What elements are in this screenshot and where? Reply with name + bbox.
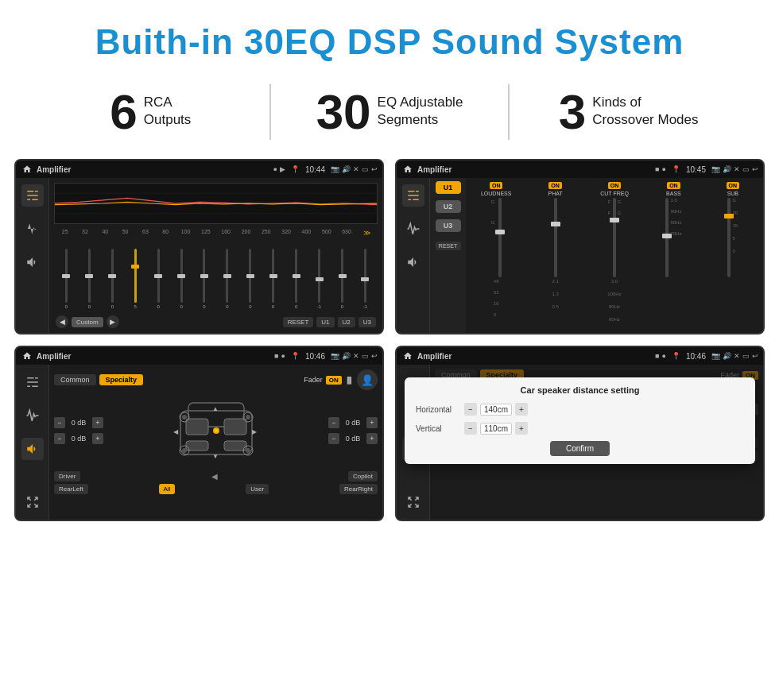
home-icon[interactable] — [21, 163, 33, 176]
tab-specialty[interactable]: Specialty — [99, 374, 144, 385]
screen3-wave-icon[interactable] — [21, 404, 44, 427]
horizontal-minus[interactable]: − — [464, 403, 477, 416]
screen3-status-bar: Amplifier ■● 📍 10:46 📷🔊✕▭↩ — [16, 347, 382, 365]
screen3-tabs: Common Specialty Fader ON ▐▌ 👤 — [54, 369, 378, 390]
screen3-expand-icon[interactable] — [21, 491, 44, 513]
eq-sliders: 0 0 0 5 0 — [54, 240, 378, 312]
left-bottom-value: 0 dB — [68, 435, 90, 443]
horizontal-value: 140cm — [480, 404, 512, 416]
right-top-plus[interactable]: + — [366, 417, 378, 428]
eq-u2-button[interactable]: U2 — [338, 317, 355, 327]
confirm-button[interactable]: Confirm — [550, 441, 610, 456]
eq-slider-6[interactable]: 0 — [171, 249, 192, 312]
screen3-content: Common Specialty Fader ON ▐▌ 👤 − 0 dB — [16, 365, 382, 520]
svg-point-20 — [182, 448, 187, 453]
sidebar-speaker-icon[interactable] — [21, 251, 44, 273]
driver-button[interactable]: Driver — [54, 471, 80, 481]
tab-common[interactable]: Common — [54, 374, 96, 385]
screen2-home-icon[interactable] — [401, 163, 414, 176]
screen4-home-icon[interactable] — [401, 350, 414, 362]
screen3-right-icons: 📷🔊✕▭↩ — [331, 352, 378, 360]
left-db-controls: − 0 dB + − 0 dB + — [54, 417, 103, 444]
rearright-button[interactable]: RearRight — [339, 484, 378, 494]
eq-u1-button[interactable]: U1 — [316, 317, 334, 327]
screen2-status-icons: ■● — [655, 165, 666, 173]
left-bottom-plus[interactable]: + — [92, 433, 103, 444]
eq-slider-5[interactable]: 0 — [148, 249, 169, 312]
eq-slider-13[interactable]: 0 — [331, 249, 353, 312]
eq-slider-7[interactable]: 0 — [194, 249, 215, 312]
stat-rca: 6 RCAOutputs — [48, 87, 254, 137]
screen1-eq-main: 25 32 40 50 63 80 100 125 160 200 250 32… — [49, 178, 382, 333]
bass-on-badge: ON — [667, 182, 680, 189]
screen2-status-bar: Amplifier ■● 📍 10:45 📷🔊✕▭↩ — [397, 160, 763, 178]
screen2-speaker-icon[interactable] — [402, 251, 424, 273]
eq-slider-4[interactable]: 5 — [125, 249, 146, 312]
loudness-on-badge: ON — [490, 182, 503, 189]
screen3-eq-icon[interactable] — [21, 371, 44, 393]
right-bottom-minus[interactable]: − — [328, 433, 339, 444]
left-top-plus[interactable]: + — [92, 417, 103, 428]
left-top-minus[interactable]: − — [54, 417, 65, 428]
stat-number-crossover: 3 — [559, 87, 586, 137]
phat-slider[interactable]: ON PHAT 2.11.30.5 — [528, 182, 582, 309]
sidebar-wave-icon[interactable] — [21, 218, 44, 240]
eq-prev-button[interactable]: ◀ — [56, 315, 68, 328]
u1-button[interactable]: U1 — [436, 181, 461, 194]
vertical-plus[interactable]: + — [515, 422, 528, 435]
screen2-eq-icon[interactable] — [402, 184, 424, 207]
sidebar-eq-icon[interactable] — [21, 184, 44, 207]
horizontal-plus[interactable]: + — [515, 403, 528, 416]
user-button[interactable]: User — [246, 484, 269, 494]
right-bottom-plus[interactable]: + — [366, 433, 378, 444]
rearleft-button[interactable]: RearLeft — [54, 484, 88, 494]
sub-slider[interactable]: ON SUB G201550 — [706, 182, 760, 277]
left-bottom-minus[interactable]: − — [54, 433, 65, 444]
cutfreq-slider[interactable]: ON CUT FREQ FF GG — [587, 182, 641, 322]
screen4-status-bar: Amplifier ■● 📍 10:46 📷🔊✕▭↩ — [397, 347, 763, 365]
screen3-fader-content: Common Specialty Fader ON ▐▌ 👤 − 0 dB — [49, 365, 382, 520]
vertical-minus[interactable]: − — [464, 422, 477, 435]
vertical-label: Vertical — [416, 424, 459, 433]
eq-graph — [54, 183, 378, 224]
svg-point-10 — [215, 429, 218, 432]
screen2-reset-button[interactable]: RESET — [436, 242, 461, 250]
stat-text-rca: RCAOutputs — [144, 87, 192, 129]
all-button[interactable]: All — [159, 484, 176, 494]
eq-u3-button[interactable]: U3 — [358, 317, 376, 327]
eq-freq-labels: 25 32 40 50 63 80 100 125 160 200 250 32… — [54, 229, 378, 237]
eq-slider-3[interactable]: 0 — [102, 249, 123, 312]
eq-slider-2[interactable]: 0 — [79, 249, 100, 312]
distance-dialog: Car speaker distance setting Horizontal … — [405, 377, 755, 464]
svg-text:▼: ▼ — [212, 453, 219, 460]
screen4-expand-icon[interactable] — [402, 491, 424, 513]
right-top-minus[interactable]: − — [328, 417, 339, 428]
loudness-slider[interactable]: ON LOUDNESS GG 4832160 — [469, 182, 523, 317]
eq-custom-button[interactable]: Custom — [72, 317, 103, 327]
copilot-button[interactable]: Copilot — [348, 471, 378, 481]
screen1-status-icons: ●▶ — [273, 165, 285, 173]
eq-slider-9[interactable]: 0 — [239, 249, 261, 312]
bass-slider[interactable]: ON BASS 3.090Hz80Hz70Hz — [646, 182, 700, 277]
eq-slider-1[interactable]: 0 — [56, 249, 77, 312]
screen-1: Amplifier ●▶ 📍 10:44 📷🔊✕▭↩ — [14, 159, 384, 335]
eq-reset-button[interactable]: RESET — [283, 317, 314, 327]
page-title: Buith-in 30EQ DSP Sound System — [16, 22, 763, 62]
right-top-value: 0 dB — [342, 419, 364, 427]
user-icon[interactable]: 👤 — [357, 369, 378, 390]
screen2-right-icons: 📷🔊✕▭↩ — [711, 165, 758, 173]
stat-number-eq: 30 — [316, 87, 371, 137]
u2-button[interactable]: U2 — [436, 200, 461, 213]
eq-slider-11[interactable]: 0 — [285, 249, 307, 312]
screen3-speaker-icon[interactable] — [21, 438, 44, 460]
eq-slider-12[interactable]: -1 — [308, 249, 330, 312]
u3-button[interactable]: U3 — [436, 219, 461, 232]
screen2-wave-icon[interactable] — [402, 218, 424, 240]
screen2-time: 10:45 — [686, 165, 706, 174]
screen3-home-icon[interactable] — [21, 350, 33, 362]
eq-slider-10[interactable]: 0 — [262, 249, 284, 312]
svg-point-16 — [182, 415, 187, 420]
eq-next-button[interactable]: ▶ — [107, 315, 119, 328]
eq-slider-14[interactable]: -1 — [355, 249, 376, 312]
eq-slider-8[interactable]: 0 — [216, 249, 238, 312]
